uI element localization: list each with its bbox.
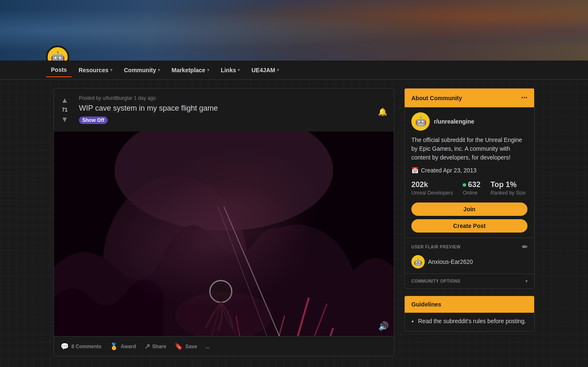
- online-label: Online: [463, 190, 480, 196]
- flair-avatar: 🤖: [411, 255, 425, 268]
- more-label: ...: [205, 344, 210, 349]
- share-label: Share: [152, 344, 166, 349]
- award-icon: 🏅: [110, 342, 118, 350]
- flair-user: 🤖 Anxious-Ear2620: [411, 255, 527, 268]
- nav-links[interactable]: Links ▾: [216, 63, 245, 77]
- cave-overlay: [54, 132, 394, 336]
- about-body: 🤖 r/unrealengine The official subreddit …: [405, 107, 534, 238]
- user-flair-section: USER FLAIR PREVIEW ✏ 🤖 Anxious-Ear2620: [405, 238, 534, 273]
- rank-label: Ranked by Size: [490, 190, 525, 196]
- notify-button[interactable]: 🔔: [375, 92, 390, 132]
- save-icon: 🔖: [175, 342, 183, 350]
- nav-ue4jam[interactable]: UE4JAM ▾: [246, 63, 284, 77]
- community-info: 🤖 r/unrealengine: [411, 112, 527, 131]
- members-value: 202k: [411, 180, 453, 189]
- audio-icon[interactable]: 🔊: [378, 321, 389, 331]
- cave-image: 🔊: [54, 132, 394, 336]
- post-title: WIP cave system in my space flight game: [79, 104, 368, 113]
- edit-flair-icon[interactable]: ✏: [522, 243, 528, 251]
- nav-resources-arrow: ▾: [110, 68, 112, 72]
- guidelines-title: Guidelines: [411, 301, 441, 308]
- subreddit-nav: Posts Resources ▾ Community ▾ Marketplac…: [0, 61, 588, 80]
- nav-posts[interactable]: Posts: [46, 63, 72, 77]
- post-flair[interactable]: Show Off: [79, 116, 108, 124]
- comments-label: 8 Comments: [71, 344, 101, 349]
- save-button[interactable]: 🔖 Save: [171, 340, 200, 353]
- community-description: The official subreddit for the Unreal En…: [411, 136, 527, 162]
- save-label: Save: [185, 344, 197, 349]
- nav-marketplace-arrow: ▾: [207, 68, 209, 72]
- rank-stat: Top 1% Ranked by Size: [490, 180, 525, 196]
- nav-posts-label: Posts: [51, 66, 67, 73]
- guidelines-body: Read the subreddit's rules before postin…: [405, 313, 534, 331]
- upvote-button[interactable]: ▲: [60, 95, 70, 105]
- flair-title: USER FLAIR PREVIEW: [411, 245, 461, 249]
- more-button[interactable]: ...: [202, 341, 213, 352]
- award-label: Award: [121, 344, 136, 349]
- post-body: Posted by u/turdtburglar 1 day ago WIP c…: [76, 92, 371, 132]
- members-stat: 202k Unreal Developers: [411, 180, 453, 196]
- posted-by-prefix: Posted by: [79, 95, 101, 101]
- about-title: About Community: [411, 95, 462, 101]
- post-time: 1 day ago: [134, 95, 156, 101]
- nav-resources[interactable]: Resources ▾: [74, 63, 117, 77]
- share-icon: ↗: [144, 342, 150, 350]
- community-avatar: 🤖: [411, 112, 430, 131]
- guideline-item: Read the subreddit's rules before postin…: [418, 318, 527, 324]
- nav-community-arrow: ▾: [158, 68, 160, 72]
- post-meta: Posted by u/turdtburglar 1 day ago: [79, 95, 368, 101]
- guidelines-header: Guidelines: [405, 296, 534, 313]
- post-author[interactable]: u/turdtburglar: [103, 95, 132, 101]
- post-image-container: 🔊: [54, 132, 394, 336]
- flair-header: USER FLAIR PREVIEW ✏: [411, 243, 527, 251]
- nav-community[interactable]: Community ▾: [119, 63, 165, 77]
- rank-value: Top 1%: [490, 180, 525, 189]
- downvote-button[interactable]: ▼: [60, 114, 70, 124]
- nav-ue4jam-arrow: ▾: [277, 68, 279, 72]
- online-value: 632: [463, 180, 480, 189]
- post-footer: 💬 8 Comments 🏅 Award ↗ Share 🔖 Save ...: [54, 336, 394, 356]
- nav-resources-label: Resources: [79, 67, 109, 73]
- nav-marketplace[interactable]: Marketplace ▾: [167, 63, 214, 77]
- post-card: ▲ 71 ▼ Posted by u/turdtburglar 1 day ag…: [53, 88, 394, 357]
- about-more-button[interactable]: ···: [521, 94, 527, 102]
- award-button[interactable]: 🏅 Award: [106, 340, 139, 353]
- community-name[interactable]: r/unrealengine: [434, 118, 474, 125]
- community-banner: 🤖: [0, 0, 588, 61]
- nav-marketplace-label: Marketplace: [172, 67, 205, 73]
- join-button[interactable]: Join: [411, 202, 527, 216]
- sidebar: About Community ··· 🤖 r/unrealengine The…: [404, 88, 535, 357]
- nav-community-label: Community: [124, 67, 156, 73]
- created-date: 📅 Created Apr 23, 2013: [411, 167, 527, 174]
- about-community-card: About Community ··· 🤖 r/unrealengine The…: [404, 88, 535, 289]
- members-label: Unreal Developers: [411, 190, 453, 196]
- online-dot: [463, 183, 466, 187]
- stats-row: 202k Unreal Developers 632 Online Top 1%…: [411, 180, 527, 196]
- comments-icon: 💬: [61, 342, 69, 350]
- nav-ue4jam-label: UE4JAM: [251, 67, 275, 73]
- vote-count: 71: [62, 107, 67, 113]
- nav-links-arrow: ▾: [238, 68, 240, 72]
- guidelines-list: Read the subreddit's rules before postin…: [411, 318, 527, 324]
- online-stat: 632 Online: [463, 180, 480, 196]
- created-text: Created Apr 23, 2013: [421, 167, 476, 174]
- page-content: ▲ 71 ▼ Posted by u/turdtburglar 1 day ag…: [43, 80, 545, 365]
- about-header: About Community ···: [405, 89, 534, 107]
- create-post-button[interactable]: Create Post: [411, 219, 527, 233]
- vote-column: ▲ 71 ▼: [57, 92, 72, 132]
- nav-links-label: Links: [221, 67, 236, 73]
- banner-overlay: [0, 0, 588, 61]
- flair-username: Anxious-Ear2620: [428, 258, 473, 265]
- comments-button[interactable]: 💬 8 Comments: [57, 340, 105, 353]
- community-options[interactable]: COMMUNITY OPTIONS ▾: [405, 273, 534, 289]
- guidelines-card: Guidelines Read the subreddit's rules be…: [404, 296, 535, 332]
- calendar-icon: 📅: [411, 167, 418, 174]
- share-button[interactable]: ↗ Share: [141, 340, 170, 353]
- expand-icon: ▾: [525, 279, 528, 283]
- community-options-label: COMMUNITY OPTIONS: [411, 279, 461, 283]
- post-header-row: ▲ 71 ▼ Posted by u/turdtburglar 1 day ag…: [54, 89, 394, 132]
- main-content: ▲ 71 ▼ Posted by u/turdtburglar 1 day ag…: [53, 88, 394, 357]
